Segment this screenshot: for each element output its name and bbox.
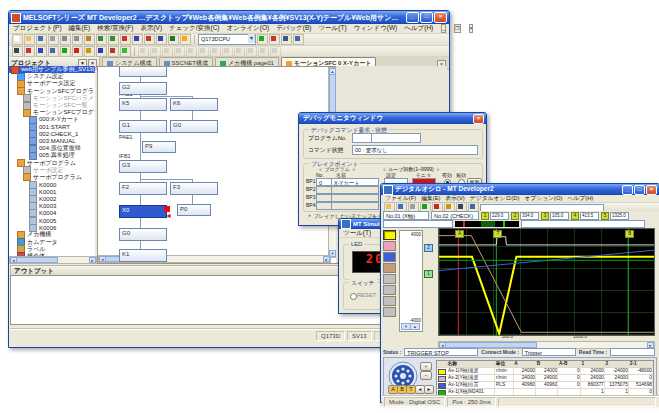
osc-minimize-icon[interactable]: _: [622, 185, 633, 195]
sfc-node-K5[interactable]: K5: [119, 98, 167, 111]
sfc-node-F2[interactable]: F2: [119, 182, 167, 195]
channel-row-2[interactable]: Ax-2(Y軸)速度r/min2400024000024000240000: [437, 375, 653, 382]
new-icon[interactable]: [12, 34, 23, 45]
zoom-icon[interactable]: [281, 34, 292, 45]
print-icon[interactable]: [48, 34, 59, 45]
cam-icon[interactable]: [120, 46, 131, 57]
menu-item-7[interactable]: ツール(T): [318, 24, 346, 33]
bp-no-field[interactable]: [316, 186, 332, 194]
maximize-button[interactable]: □: [420, 12, 433, 23]
comm-setting-icon[interactable]: [12, 46, 23, 57]
help-2-icon[interactable]: [48, 46, 59, 57]
read-from-cpu-icon[interactable]: [132, 34, 143, 45]
bp-name-field[interactable]: [331, 194, 379, 202]
bp-name-field[interactable]: X-Yカート: [331, 178, 379, 186]
osc-menu-item-5[interactable]: ヘルプ(H): [567, 194, 593, 203]
axis-monitor-icon[interactable]: [108, 46, 119, 57]
dialog-titlebar[interactable]: デバッグモニタウィンドウ ×: [299, 113, 486, 124]
channel-3-button[interactable]: [383, 252, 396, 262]
sfc-node-K1[interactable]: K1: [119, 249, 167, 262]
start-icon[interactable]: [60, 46, 71, 57]
cursor-flag-T[interactable]: T: [493, 230, 502, 238]
osc-maximize-icon[interactable]: □: [634, 185, 645, 195]
level-marker-green[interactable]: 1: [424, 270, 433, 278]
tree-item-21[interactable]: K0005: [9, 217, 95, 224]
program-name-field[interactable]: [371, 133, 421, 143]
bp-name-field[interactable]: [331, 186, 379, 194]
tree-item-15[interactable]: サーボプログラム: [9, 174, 95, 181]
switch-radio-1[interactable]: [350, 293, 357, 300]
menu-item-2[interactable]: 検索/置換(F): [97, 24, 133, 33]
cut-icon[interactable]: [60, 34, 71, 45]
debug-monitor-icon[interactable]: [36, 46, 47, 57]
simulator-icon[interactable]: [180, 34, 191, 45]
simulator-tool-menu[interactable]: ツール(T): [343, 229, 371, 238]
bp-no-field[interactable]: 0: [316, 178, 332, 186]
menu-item-8[interactable]: ウィンドウ(W): [354, 24, 398, 33]
tree-item-16[interactable]: K0000: [9, 181, 95, 188]
mdi-close-button[interactable]: ×: [469, 24, 474, 33]
sfc-node-P9[interactable]: P9: [142, 141, 176, 153]
bp-name-field[interactable]: [331, 202, 379, 210]
bp-no-field[interactable]: [316, 202, 332, 210]
servo-on-icon[interactable]: [96, 46, 107, 57]
trigger-field-2[interactable]: [521, 220, 645, 228]
dialog-close-icon[interactable]: ×: [473, 114, 484, 124]
sfc-node-F3[interactable]: F3: [170, 182, 218, 195]
undo-icon[interactable]: [96, 34, 107, 45]
bp-no-field[interactable]: [316, 194, 332, 202]
sfc-node-P0[interactable]: P0: [177, 204, 211, 216]
tree-item-17[interactable]: K0001: [9, 188, 95, 195]
channel-7-button[interactable]: [383, 296, 396, 306]
scale-up-icon[interactable]: ▴: [410, 323, 420, 330]
osc-menu-item-4[interactable]: オプション(O): [524, 194, 562, 203]
minimize-button[interactable]: _: [406, 12, 419, 23]
menu-item-0[interactable]: プロジェクト(P): [13, 24, 62, 33]
channel-2-button[interactable]: [383, 241, 396, 251]
channel-row-4[interactable]: Ax-1(X軸)M2401110: [437, 389, 653, 396]
sfc-node-G2[interactable]: G2: [119, 82, 167, 95]
tree-item-19[interactable]: K0003: [9, 203, 95, 210]
menu-item-1[interactable]: 編集(E): [69, 24, 91, 33]
copy-icon[interactable]: [72, 34, 83, 45]
tree-hscrollbar[interactable]: ◂ ▸: [9, 256, 97, 264]
mdi-minimize-button[interactable]: _: [441, 24, 446, 33]
channel-6-button[interactable]: [383, 285, 396, 295]
paste-icon[interactable]: [84, 34, 95, 45]
channel-4-button[interactable]: [383, 263, 396, 273]
cursor-flag-A[interactable]: A: [455, 230, 464, 238]
test-icon[interactable]: [269, 34, 280, 45]
zoom-out-button[interactable]: －: [420, 371, 432, 380]
channel-row-1[interactable]: Ax-1(X軸)速度r/min2400024000024000-24000-48…: [437, 368, 653, 375]
sfc-node-G3[interactable]: G3: [119, 160, 167, 173]
help-icon[interactable]: [293, 34, 304, 45]
pause-icon[interactable]: [84, 46, 95, 57]
debug-write-icon[interactable]: [24, 46, 35, 57]
transfer-icon[interactable]: [156, 34, 167, 45]
stop-icon[interactable]: [72, 46, 83, 57]
tree-item-20[interactable]: K0004: [9, 210, 95, 217]
tree-item-18[interactable]: K0002: [9, 195, 95, 202]
sfc-node-K6[interactable]: K6: [170, 98, 218, 111]
channel-5-button[interactable]: [383, 274, 396, 284]
menu-item-3[interactable]: 表示(V): [140, 24, 162, 33]
osc-close-icon[interactable]: ×: [646, 185, 657, 195]
monitor-icon[interactable]: [144, 34, 155, 45]
sfc-node-G0[interactable]: G0: [170, 120, 218, 133]
trigger-field-1[interactable]: [383, 220, 453, 228]
run-icon[interactable]: [257, 34, 268, 45]
sfc-node-X0[interactable]: X0: [119, 205, 167, 218]
channel-row-3[interactable]: Ax-1(X軸)位置PLS409604096008603771375075514…: [437, 382, 653, 389]
program-no-field[interactable]: [352, 133, 372, 143]
sfc-node-blank-0[interactable]: [119, 66, 167, 77]
sfc-node-G1[interactable]: G1: [119, 120, 167, 133]
channel-8-button[interactable]: [383, 307, 396, 317]
tree-item-9[interactable]: 002:CHECK_1: [9, 131, 95, 138]
menu-item-9[interactable]: ヘルプ(H): [404, 24, 433, 33]
check-icon[interactable]: [168, 34, 179, 45]
open-icon[interactable]: [24, 34, 35, 45]
cpu-select-combo[interactable]: Q173DCPU: [198, 34, 256, 45]
menu-item-5[interactable]: オンライン(O): [227, 24, 270, 33]
save-icon[interactable]: [36, 34, 47, 45]
zoom-in-button[interactable]: ＋: [420, 362, 432, 371]
